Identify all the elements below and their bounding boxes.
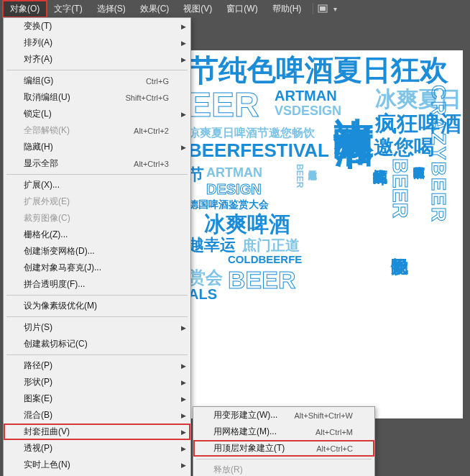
art-text: 凉爽夏日啤酒节邀您畅饮: [188, 126, 315, 141]
art-text: 庶门正道: [242, 236, 300, 255]
menu-item-label: 创建对象马赛克(J)...: [24, 262, 101, 274]
submenu-item[interactable]: 用顶层对象建立(T)Alt+Ctrl+C: [193, 440, 374, 457]
submenu-arrow-icon: ▶: [181, 324, 186, 331]
menu-item-label: 封套扭曲(V): [24, 426, 70, 438]
submenu-arrow-icon: ▶: [181, 56, 186, 63]
menu-item-label: 混合(B): [24, 409, 52, 421]
menu-shortcut: Shift+Ctrl+G: [125, 93, 178, 102]
menubar-window[interactable]: 窗口(W): [219, 1, 264, 17]
menubar-separator: [313, 3, 313, 14]
menu-item-label: 隐藏(H): [24, 141, 53, 153]
submenu-arrow-icon: ▶: [181, 40, 186, 47]
submenu-arrow-icon: ▶: [181, 462, 186, 469]
submenu-arrow-icon: ▶: [181, 23, 186, 30]
submenu-arrow-icon: ▶: [181, 362, 186, 370]
menu-separator: [6, 295, 188, 296]
art-text: ARTMAN: [206, 165, 262, 180]
menu-item[interactable]: 编组(G)Ctrl+G: [4, 73, 190, 89]
menu-item-label: 显示全部: [24, 157, 58, 170]
menubar-type[interactable]: 文字(T): [47, 1, 89, 17]
art-text: VSDESIGN: [275, 104, 341, 119]
menu-item[interactable]: 实时上色(N)▶: [4, 457, 190, 473]
menu-item-label: 编组(G): [24, 75, 53, 87]
menu-shortcut: Alt+Shift+Ctrl+W: [294, 411, 361, 420]
menu-item[interactable]: 创建渐变网格(D)...: [4, 243, 190, 260]
submenu-item-label: 用变形建立(W)...: [213, 409, 277, 421]
submenu-item-label: 用顶层对象建立(T): [213, 442, 285, 454]
menu-separator: [6, 174, 188, 175]
menu-item-label: 裁剪图像(C): [24, 212, 70, 224]
menu-item[interactable]: 排列(A)▶: [4, 35, 190, 51]
art-text: ALS: [188, 286, 217, 303]
art-text: EER: [188, 85, 259, 124]
menu-item-label: 锁定(L): [24, 108, 52, 120]
menu-item[interactable]: 拼合透明度(F)...: [4, 276, 190, 293]
menu-item[interactable]: 对齐(A)▶: [4, 51, 190, 68]
menu-item-label: 路径(P): [24, 360, 52, 372]
submenu-arrow-icon: ▶: [181, 412, 186, 419]
menu-item[interactable]: 创建裁切标记(C): [4, 336, 190, 352]
art-vertical-8: BEER: [295, 164, 305, 188]
art-vertical-1: 冰爽啤酒节: [326, 85, 381, 99]
envelope-distort-submenu: 用变形建立(W)...Alt+Shift+Ctrl+W用网格建立(M)...Al…: [193, 406, 375, 476]
menubar-help[interactable]: 帮助(H): [265, 1, 309, 17]
menu-item[interactable]: 路径(P)▶: [4, 357, 190, 374]
menu-item-label: 形状(P): [24, 376, 52, 388]
menu-item[interactable]: 创建对象马赛克(J)...: [4, 260, 190, 276]
menu-item[interactable]: 设为像素级优化(M): [4, 298, 190, 314]
menu-item[interactable]: 锁定(L)▶: [4, 106, 190, 122]
menu-item[interactable]: 封套扭曲(V)▶: [4, 424, 190, 440]
submenu-arrow-icon: ▶: [181, 144, 186, 151]
menu-item[interactable]: 混合(B)▶: [4, 407, 190, 424]
submenu-arrow-icon: ▶: [181, 379, 186, 386]
menu-item[interactable]: 取消编组(U)Shift+Ctrl+G: [4, 89, 190, 106]
canvas[interactable]: 节纯色啤酒夏日狂欢EERARTMANVSDESIGN冰爽夏日疯狂啤酒凉爽夏日啤酒…: [188, 50, 463, 418]
menu-item[interactable]: 扩展(X)...: [4, 177, 190, 193]
submenu-item-label: 释放(R): [213, 464, 243, 476]
menu-item: 扩展外观(E): [4, 193, 190, 210]
menubar-effect[interactable]: 效果(C): [133, 1, 177, 17]
art-text: DESIGN: [206, 181, 262, 198]
menu-item-label: 实时上色(N): [24, 459, 70, 471]
menu-item-label: 创建渐变网格(D)...: [24, 245, 95, 257]
submenu-arrow-icon: ▶: [181, 429, 186, 436]
submenu-item[interactable]: 用变形建立(W)...Alt+Shift+Ctrl+W: [193, 407, 374, 424]
art-text: 纯色啤酒夏日狂欢: [218, 50, 448, 90]
menu-separator: [196, 459, 372, 459]
art-vertical-3: BEER: [388, 158, 413, 218]
menu-item-label: 对齐(A): [24, 53, 52, 65]
menu-item-label: 切片(S): [24, 321, 52, 334]
svg-rect-1: [320, 6, 326, 11]
menu-item-label: 创建裁切标记(C): [24, 338, 88, 350]
art-text: 邀您喝: [374, 134, 434, 161]
menu-item[interactable]: 图像描摹▶: [4, 473, 190, 476]
menu-item[interactable]: 形状(P)▶: [4, 374, 190, 390]
workspace-chevron-icon[interactable]: ▾: [333, 5, 337, 13]
submenu-arrow-icon: ▶: [181, 111, 186, 118]
menu-item[interactable]: 隐藏(H)▶: [4, 139, 190, 155]
menu-separator: [6, 316, 188, 317]
menu-item[interactable]: 切片(S)▶: [4, 319, 190, 336]
menu-item[interactable]: 图案(E)▶: [4, 390, 190, 407]
submenu-item: 释放(R): [193, 462, 374, 476]
workspace-icon[interactable]: [318, 4, 332, 14]
menu-item[interactable]: 透视(P)▶: [4, 440, 190, 457]
menu-item-label: 排列(A): [24, 37, 52, 49]
menu-item-label: 拼合透明度(F)...: [24, 278, 85, 290]
submenu-item[interactable]: 用网格建立(M)...Alt+Ctrl+M: [193, 424, 374, 440]
menu-shortcut: Alt+Ctrl+M: [315, 428, 361, 436]
menubar-object[interactable]: 对象(O): [3, 1, 47, 17]
menu-item[interactable]: 栅格化(Z)...: [4, 226, 190, 243]
art-text: BEER: [228, 266, 295, 294]
submenu-arrow-icon: ▶: [181, 445, 186, 452]
menu-item-label: 栅格化(Z)...: [24, 229, 68, 241]
menu-item-label: 全部解锁(K): [24, 124, 70, 137]
menu-separator: [6, 70, 188, 70]
menu-item[interactable]: 显示全部Alt+Ctrl+3: [4, 155, 190, 172]
menu-shortcut: Alt+Ctrl+C: [316, 444, 361, 453]
menu-item[interactable]: 变换(T)▶: [4, 18, 190, 35]
menubar-view[interactable]: 视图(V): [176, 1, 219, 17]
menu-item-label: 取消编组(U): [24, 91, 70, 104]
menubar-select[interactable]: 选择(S): [90, 1, 133, 17]
menubar: 对象(O) 文字(T) 选择(S) 效果(C) 视图(V) 窗口(W) 帮助(H…: [0, 0, 470, 17]
